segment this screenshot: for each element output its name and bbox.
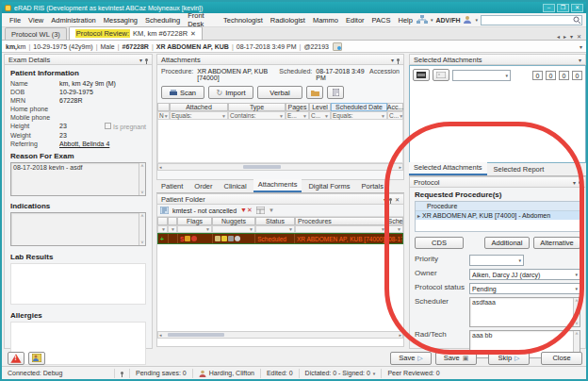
pf-col-add[interactable] xyxy=(157,217,168,225)
document-tool-button[interactable] xyxy=(327,86,344,99)
protocol-pin-icon[interactable] xyxy=(579,181,581,184)
filter-n[interactable]: N▼ xyxy=(157,111,170,120)
status-pin[interactable] xyxy=(115,369,130,378)
menu-messaging[interactable]: Messaging xyxy=(100,16,141,25)
filter-type[interactable]: Contains:▼ xyxy=(228,111,286,120)
tab-protocol-wl[interactable]: Protocol WL (3) xyxy=(5,27,67,40)
scan-button[interactable]: Scan xyxy=(161,86,204,99)
more-filter-icon[interactable]: ▼ xyxy=(269,207,274,213)
attachments-pin-icon[interactable] xyxy=(397,58,400,61)
attachments-hscrollbar[interactable]: ◂▸ xyxy=(157,163,403,171)
save-next-button[interactable]: Save▷ xyxy=(390,352,432,365)
tab-attachments[interactable]: Attachments xyxy=(253,179,302,192)
film-view-button[interactable] xyxy=(413,69,430,81)
menu-pacs[interactable]: PACS xyxy=(368,16,395,25)
col-scheduled-date[interactable]: Scheduled Date xyxy=(331,103,387,111)
pf-filter-scheduled[interactable]: ▼ xyxy=(387,225,403,233)
col-blank[interactable] xyxy=(157,103,170,111)
requested-procedure-row[interactable]: ▸ XR ABDOMEN AP, KUB [74000] - Abdomen xyxy=(416,211,580,220)
tabs-list-icon[interactable]: ▾ xyxy=(570,33,573,40)
close-protocol-button[interactable]: Close xyxy=(541,352,582,365)
menu-mammo[interactable]: Mammo xyxy=(309,16,342,25)
pf-col-status[interactable]: Status xyxy=(255,217,295,225)
image-view-button[interactable] xyxy=(433,69,449,81)
patient-folder-hscrollbar[interactable]: ◂▸ xyxy=(157,331,403,339)
tab-patient[interactable]: Patient xyxy=(156,181,188,192)
indications-textarea[interactable]: ˄˅ xyxy=(10,212,146,246)
exam-details-collapse-icon[interactable]: ▾ xyxy=(139,57,142,63)
alternative-button[interactable]: Alternative xyxy=(533,237,580,249)
alerts-button[interactable] xyxy=(8,352,24,365)
reason-scrollbar[interactable]: ˄˅ xyxy=(139,163,145,195)
attachment-type-dropdown[interactable]: ▾ xyxy=(452,70,511,81)
pf-filter-0[interactable]: ▼ xyxy=(157,225,168,233)
is-pregnant-checkbox[interactable] xyxy=(105,123,111,129)
col-attached[interactable]: Attached xyxy=(170,103,228,111)
filter-acc[interactable]: C...▼ xyxy=(387,111,403,120)
menu-administration[interactable]: Administration xyxy=(47,16,100,25)
cds-button[interactable]: CDS xyxy=(415,237,464,249)
site-dropdown-arrow[interactable]: ▾ xyxy=(431,17,433,23)
pf-filter-status[interactable]: ▼ xyxy=(255,225,295,233)
save-button[interactable]: Save▣ xyxy=(435,352,477,365)
pf-col-blank[interactable] xyxy=(168,217,177,225)
worklist-icon[interactable] xyxy=(160,207,169,214)
additional-button[interactable]: Additional xyxy=(484,237,530,249)
protocol-status-dropdown[interactable]: Pending▾ xyxy=(469,283,580,294)
org-chart-icon[interactable] xyxy=(416,15,428,25)
search-input[interactable] xyxy=(482,16,573,25)
pf-filter-1[interactable]: ▼ xyxy=(168,225,177,233)
priority-dropdown[interactable]: ▾ xyxy=(469,255,524,266)
tab-digital-forms[interactable]: Digital Forms xyxy=(303,181,354,192)
attachments-collapse-icon[interactable]: ▾ xyxy=(391,57,394,63)
add-exam-icon[interactable]: + xyxy=(158,234,169,243)
pf-filter-flags[interactable]: ▼ xyxy=(177,225,212,233)
protocol-collapse-icon[interactable]: ▾ xyxy=(573,179,576,186)
folder-filter-label[interactable]: kmtest - not cancelled xyxy=(172,207,237,214)
dictated-signed[interactable]: Dictated: 0 - Signed: 0▾ xyxy=(300,369,383,378)
tabs-scroll-right-icon[interactable]: ▸ xyxy=(564,33,566,40)
user-icon[interactable] xyxy=(463,15,472,25)
tab-selected-attachments[interactable]: Selected Attachments xyxy=(409,162,487,175)
current-user[interactable]: Harding, Clifton xyxy=(193,369,261,378)
skip-button[interactable]: Skip▷ xyxy=(488,352,530,365)
tab-clinical[interactable]: Clinical xyxy=(220,181,252,192)
pf-filter-nuggets[interactable]: ▼ xyxy=(212,225,255,233)
patient-folder-close-icon[interactable]: ✕ xyxy=(395,196,400,203)
maximize-button[interactable]: ❒ xyxy=(557,4,569,12)
import-button[interactable]: ↻ Import xyxy=(208,86,253,99)
close-button[interactable]: ✕ xyxy=(571,4,583,12)
menu-technologist[interactable]: Technologist xyxy=(220,16,267,25)
tab-portals[interactable]: Portals xyxy=(357,181,388,192)
col-pages[interactable]: Pages xyxy=(286,103,309,111)
tabs-scroll-left-icon[interactable]: ◂ xyxy=(557,33,560,40)
patient-photo-button[interactable] xyxy=(28,352,45,365)
user-dropdown-arrow[interactable]: ▾ xyxy=(475,17,478,23)
patient-folder-collapse-icon[interactable]: ▾ xyxy=(384,196,386,203)
patient-folder-pin-icon[interactable] xyxy=(389,198,392,201)
pf-col-nuggets[interactable]: Nuggets xyxy=(212,217,255,225)
procedure-grid-header[interactable]: Procedure xyxy=(416,202,580,211)
filter-pages[interactable]: E...▼ xyxy=(286,111,309,120)
menu-help[interactable]: Help xyxy=(394,16,416,25)
col-type[interactable]: Type xyxy=(228,103,286,111)
filter-scheduled-date[interactable]: Equals:▼ xyxy=(331,111,387,120)
exam-row-selected[interactable]: + S Scheduled XR ABDOMEN AP, KUB [74000]… xyxy=(157,233,403,244)
filter-level[interactable]: C...▼ xyxy=(309,111,331,120)
exam-details-pin-icon[interactable] xyxy=(145,58,148,61)
tab-order[interactable]: Order xyxy=(189,181,217,192)
menu-view[interactable]: View xyxy=(24,16,47,25)
selected-attachments-collapse-icon[interactable]: ▾ xyxy=(579,57,581,63)
tab-selected-report[interactable]: Selected Report xyxy=(489,164,549,175)
tab-close-icon[interactable]: ✕ xyxy=(190,30,196,38)
pf-col-flags[interactable]: Flags xyxy=(177,217,212,225)
pf-col-procedures[interactable]: Procedures xyxy=(295,217,387,225)
scheduler-scrollbar[interactable]: ˄˅ xyxy=(573,298,580,326)
minimize-button[interactable]: – xyxy=(543,4,555,12)
tab-protocol-review[interactable]: Protocol Review: KM, km #67228R ✕ xyxy=(69,26,203,40)
clear-filter-icon[interactable]: ▼✕ xyxy=(240,207,253,214)
folder-tool-button[interactable] xyxy=(306,86,323,99)
col-level[interactable]: Level xyxy=(309,103,331,111)
menu-scheduling[interactable]: Scheduling xyxy=(141,16,184,25)
owner-dropdown[interactable]: Aiken, Darcy JJ (darcy)▾ xyxy=(469,269,580,280)
